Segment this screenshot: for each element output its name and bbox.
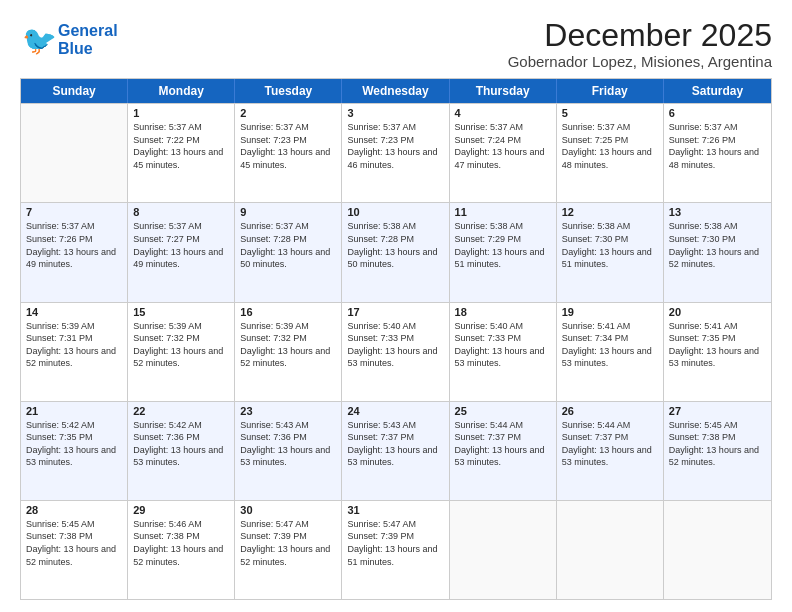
- cal-cell: 23Sunrise: 5:43 AM Sunset: 7:36 PM Dayli…: [235, 402, 342, 500]
- day-number: 7: [26, 206, 122, 218]
- cell-info: Sunrise: 5:38 AM Sunset: 7:30 PM Dayligh…: [562, 220, 658, 270]
- logo-text-line1: General: [58, 22, 118, 40]
- day-number: 3: [347, 107, 443, 119]
- day-number: 11: [455, 206, 551, 218]
- calendar-week-4: 21Sunrise: 5:42 AM Sunset: 7:35 PM Dayli…: [21, 401, 771, 500]
- day-number: 30: [240, 504, 336, 516]
- cal-cell: 14Sunrise: 5:39 AM Sunset: 7:31 PM Dayli…: [21, 303, 128, 401]
- day-number: 13: [669, 206, 766, 218]
- header-sunday: Sunday: [21, 79, 128, 103]
- day-number: 16: [240, 306, 336, 318]
- cal-cell: [450, 501, 557, 599]
- cell-info: Sunrise: 5:44 AM Sunset: 7:37 PM Dayligh…: [455, 419, 551, 469]
- cell-info: Sunrise: 5:37 AM Sunset: 7:26 PM Dayligh…: [669, 121, 766, 171]
- cal-cell: 24Sunrise: 5:43 AM Sunset: 7:37 PM Dayli…: [342, 402, 449, 500]
- header-monday: Monday: [128, 79, 235, 103]
- day-number: 1: [133, 107, 229, 119]
- cell-info: Sunrise: 5:37 AM Sunset: 7:25 PM Dayligh…: [562, 121, 658, 171]
- cal-cell: 5Sunrise: 5:37 AM Sunset: 7:25 PM Daylig…: [557, 104, 664, 202]
- cal-cell: 15Sunrise: 5:39 AM Sunset: 7:32 PM Dayli…: [128, 303, 235, 401]
- cal-cell: 26Sunrise: 5:44 AM Sunset: 7:37 PM Dayli…: [557, 402, 664, 500]
- cell-info: Sunrise: 5:46 AM Sunset: 7:38 PM Dayligh…: [133, 518, 229, 568]
- day-number: 5: [562, 107, 658, 119]
- cell-info: Sunrise: 5:45 AM Sunset: 7:38 PM Dayligh…: [26, 518, 122, 568]
- logo-text-line2: Blue: [58, 40, 118, 58]
- cell-info: Sunrise: 5:44 AM Sunset: 7:37 PM Dayligh…: [562, 419, 658, 469]
- day-number: 2: [240, 107, 336, 119]
- cell-info: Sunrise: 5:41 AM Sunset: 7:35 PM Dayligh…: [669, 320, 766, 370]
- cal-cell: 7Sunrise: 5:37 AM Sunset: 7:26 PM Daylig…: [21, 203, 128, 301]
- day-number: 14: [26, 306, 122, 318]
- cal-cell: [664, 501, 771, 599]
- cal-cell: 17Sunrise: 5:40 AM Sunset: 7:33 PM Dayli…: [342, 303, 449, 401]
- day-number: 21: [26, 405, 122, 417]
- day-number: 22: [133, 405, 229, 417]
- cal-cell: 28Sunrise: 5:45 AM Sunset: 7:38 PM Dayli…: [21, 501, 128, 599]
- day-number: 6: [669, 107, 766, 119]
- logo: 🐦 General Blue: [20, 22, 118, 58]
- header-friday: Friday: [557, 79, 664, 103]
- calendar: Sunday Monday Tuesday Wednesday Thursday…: [20, 78, 772, 600]
- cell-info: Sunrise: 5:39 AM Sunset: 7:32 PM Dayligh…: [240, 320, 336, 370]
- day-number: 20: [669, 306, 766, 318]
- day-number: 25: [455, 405, 551, 417]
- day-number: 23: [240, 405, 336, 417]
- cell-info: Sunrise: 5:37 AM Sunset: 7:23 PM Dayligh…: [347, 121, 443, 171]
- cal-cell: 11Sunrise: 5:38 AM Sunset: 7:29 PM Dayli…: [450, 203, 557, 301]
- cell-info: Sunrise: 5:38 AM Sunset: 7:30 PM Dayligh…: [669, 220, 766, 270]
- day-number: 19: [562, 306, 658, 318]
- calendar-subtitle: Gobernador Lopez, Misiones, Argentina: [508, 53, 772, 70]
- day-number: 28: [26, 504, 122, 516]
- cell-info: Sunrise: 5:47 AM Sunset: 7:39 PM Dayligh…: [240, 518, 336, 568]
- cal-cell: 18Sunrise: 5:40 AM Sunset: 7:33 PM Dayli…: [450, 303, 557, 401]
- calendar-week-2: 7Sunrise: 5:37 AM Sunset: 7:26 PM Daylig…: [21, 202, 771, 301]
- day-number: 27: [669, 405, 766, 417]
- cell-info: Sunrise: 5:40 AM Sunset: 7:33 PM Dayligh…: [455, 320, 551, 370]
- cell-info: Sunrise: 5:40 AM Sunset: 7:33 PM Dayligh…: [347, 320, 443, 370]
- cell-info: Sunrise: 5:43 AM Sunset: 7:36 PM Dayligh…: [240, 419, 336, 469]
- cell-info: Sunrise: 5:41 AM Sunset: 7:34 PM Dayligh…: [562, 320, 658, 370]
- calendar-week-3: 14Sunrise: 5:39 AM Sunset: 7:31 PM Dayli…: [21, 302, 771, 401]
- header-saturday: Saturday: [664, 79, 771, 103]
- cell-info: Sunrise: 5:38 AM Sunset: 7:28 PM Dayligh…: [347, 220, 443, 270]
- cal-cell: 6Sunrise: 5:37 AM Sunset: 7:26 PM Daylig…: [664, 104, 771, 202]
- cell-info: Sunrise: 5:42 AM Sunset: 7:36 PM Dayligh…: [133, 419, 229, 469]
- cell-info: Sunrise: 5:42 AM Sunset: 7:35 PM Dayligh…: [26, 419, 122, 469]
- cal-cell: 16Sunrise: 5:39 AM Sunset: 7:32 PM Dayli…: [235, 303, 342, 401]
- calendar-body: 1Sunrise: 5:37 AM Sunset: 7:22 PM Daylig…: [21, 103, 771, 599]
- cell-info: Sunrise: 5:47 AM Sunset: 7:39 PM Dayligh…: [347, 518, 443, 568]
- cell-info: Sunrise: 5:37 AM Sunset: 7:23 PM Dayligh…: [240, 121, 336, 171]
- cal-cell: 29Sunrise: 5:46 AM Sunset: 7:38 PM Dayli…: [128, 501, 235, 599]
- cell-info: Sunrise: 5:45 AM Sunset: 7:38 PM Dayligh…: [669, 419, 766, 469]
- day-number: 31: [347, 504, 443, 516]
- logo-icon: 🐦: [20, 22, 56, 58]
- title-block: December 2025 Gobernador Lopez, Misiones…: [508, 18, 772, 70]
- cal-cell: 25Sunrise: 5:44 AM Sunset: 7:37 PM Dayli…: [450, 402, 557, 500]
- cell-info: Sunrise: 5:39 AM Sunset: 7:31 PM Dayligh…: [26, 320, 122, 370]
- calendar-week-5: 28Sunrise: 5:45 AM Sunset: 7:38 PM Dayli…: [21, 500, 771, 599]
- cell-info: Sunrise: 5:37 AM Sunset: 7:26 PM Dayligh…: [26, 220, 122, 270]
- day-number: 18: [455, 306, 551, 318]
- day-number: 24: [347, 405, 443, 417]
- header: 🐦 General Blue December 2025 Gobernador …: [20, 18, 772, 70]
- header-thursday: Thursday: [450, 79, 557, 103]
- cal-cell: 27Sunrise: 5:45 AM Sunset: 7:38 PM Dayli…: [664, 402, 771, 500]
- cal-cell: 13Sunrise: 5:38 AM Sunset: 7:30 PM Dayli…: [664, 203, 771, 301]
- cal-cell: 20Sunrise: 5:41 AM Sunset: 7:35 PM Dayli…: [664, 303, 771, 401]
- header-wednesday: Wednesday: [342, 79, 449, 103]
- cell-info: Sunrise: 5:43 AM Sunset: 7:37 PM Dayligh…: [347, 419, 443, 469]
- cal-cell: 21Sunrise: 5:42 AM Sunset: 7:35 PM Dayli…: [21, 402, 128, 500]
- page: 🐦 General Blue December 2025 Gobernador …: [0, 0, 792, 612]
- cell-info: Sunrise: 5:39 AM Sunset: 7:32 PM Dayligh…: [133, 320, 229, 370]
- day-number: 12: [562, 206, 658, 218]
- cell-info: Sunrise: 5:37 AM Sunset: 7:22 PM Dayligh…: [133, 121, 229, 171]
- cal-cell: 3Sunrise: 5:37 AM Sunset: 7:23 PM Daylig…: [342, 104, 449, 202]
- cal-cell: 31Sunrise: 5:47 AM Sunset: 7:39 PM Dayli…: [342, 501, 449, 599]
- day-number: 4: [455, 107, 551, 119]
- svg-text:🐦: 🐦: [22, 24, 56, 57]
- cal-cell: 10Sunrise: 5:38 AM Sunset: 7:28 PM Dayli…: [342, 203, 449, 301]
- cal-cell: 2Sunrise: 5:37 AM Sunset: 7:23 PM Daylig…: [235, 104, 342, 202]
- cal-cell: [557, 501, 664, 599]
- calendar-week-1: 1Sunrise: 5:37 AM Sunset: 7:22 PM Daylig…: [21, 103, 771, 202]
- cal-cell: 4Sunrise: 5:37 AM Sunset: 7:24 PM Daylig…: [450, 104, 557, 202]
